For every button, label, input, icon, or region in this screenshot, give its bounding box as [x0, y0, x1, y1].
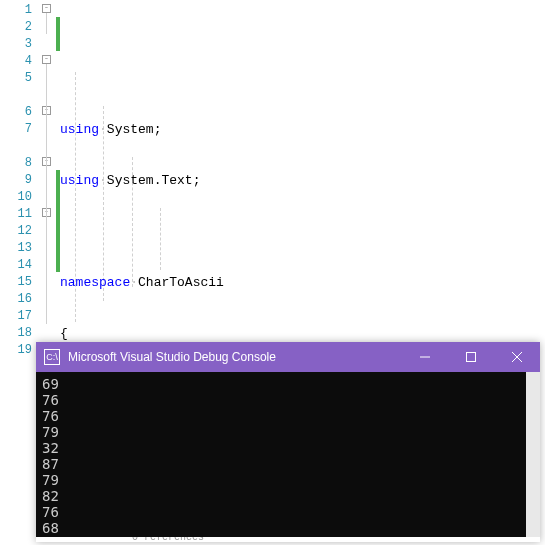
close-icon — [512, 352, 522, 362]
line-number: 13 — [0, 240, 32, 257]
console-icon: C:\ — [44, 349, 60, 365]
line-number — [0, 87, 32, 104]
debug-console-window: C:\ Microsoft Visual Studio Debug Consol… — [36, 342, 540, 542]
maximize-icon — [466, 352, 476, 362]
code-line: using·System.Text; — [60, 172, 545, 189]
line-number: 16 — [0, 291, 32, 308]
line-number: 18 — [0, 325, 32, 342]
svg-rect-1 — [467, 353, 476, 362]
line-number: 10 — [0, 189, 32, 206]
fold-toggle[interactable]: - — [42, 4, 51, 13]
console-output[interactable]: 69 76 76 79 32 87 79 82 76 68 — [36, 372, 540, 537]
line-number: 15 — [0, 274, 32, 291]
code-line — [60, 223, 545, 240]
console-line: 76 — [42, 408, 520, 424]
fold-margin: - - - - - — [38, 0, 60, 345]
console-title: Microsoft Visual Studio Debug Console — [68, 350, 402, 364]
fold-toggle[interactable]: - — [42, 55, 51, 64]
close-button[interactable] — [494, 342, 540, 372]
console-line: 87 — [42, 456, 520, 472]
code-editor[interactable]: 1 2 3 4 5 6 7 8 9 10 11 12 13 14 15 16 1… — [0, 0, 545, 345]
code-line: namespace·CharToAscii — [60, 274, 545, 291]
line-number: 8 — [0, 155, 32, 172]
maximize-button[interactable] — [448, 342, 494, 372]
line-number: 6 — [0, 104, 32, 121]
console-line: 79 — [42, 472, 520, 488]
code-line: using·System; — [60, 121, 545, 138]
code-area[interactable]: using·System; using·System.Text; namespa… — [60, 0, 545, 345]
line-number: 19 — [0, 342, 32, 359]
minimize-icon — [420, 352, 430, 362]
console-titlebar[interactable]: C:\ Microsoft Visual Studio Debug Consol… — [36, 342, 540, 372]
line-number: 2 — [0, 19, 32, 36]
console-line: 76 — [42, 392, 520, 408]
line-number: 1 — [0, 2, 32, 19]
line-number: 3 — [0, 36, 32, 53]
console-line: 69 — [42, 376, 520, 392]
line-number: 7 — [0, 121, 32, 138]
console-line: 76 — [42, 504, 520, 520]
line-number: 9 — [0, 172, 32, 189]
code-line: { — [60, 325, 545, 342]
console-line: 32 — [42, 440, 520, 456]
line-number: 17 — [0, 308, 32, 325]
line-number: 5 — [0, 70, 32, 87]
line-number: 11 — [0, 206, 32, 223]
line-number-gutter: 1 2 3 4 5 6 7 8 9 10 11 12 13 14 15 16 1… — [0, 0, 38, 345]
console-line: 68 — [42, 520, 520, 536]
line-number — [0, 138, 32, 155]
line-number: 4 — [0, 53, 32, 70]
line-number: 12 — [0, 223, 32, 240]
console-line: 82 — [42, 488, 520, 504]
line-number: 14 — [0, 257, 32, 274]
console-line: 79 — [42, 424, 520, 440]
minimize-button[interactable] — [402, 342, 448, 372]
